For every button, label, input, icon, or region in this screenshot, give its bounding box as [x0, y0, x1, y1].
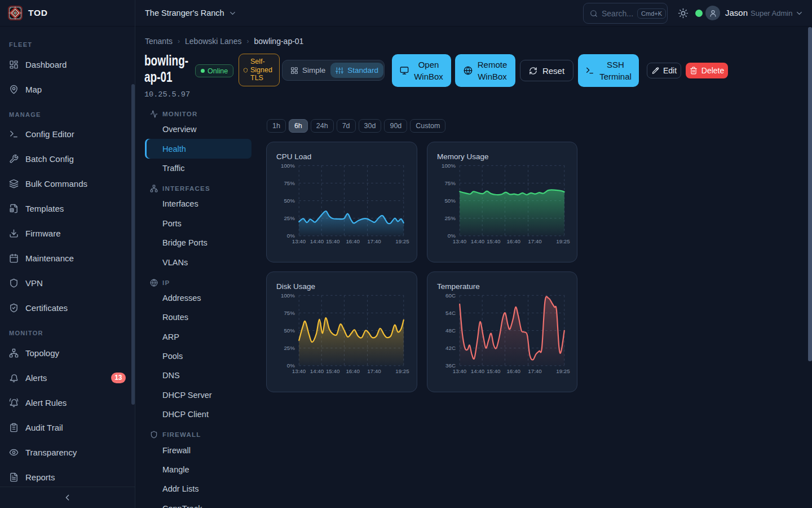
svg-text:16:40: 16:40 — [506, 238, 520, 244]
svg-text:16:40: 16:40 — [346, 238, 360, 244]
svg-text:19:25: 19:25 — [395, 238, 409, 244]
svg-text:17:40: 17:40 — [367, 368, 381, 374]
svg-text:15:40: 15:40 — [326, 238, 340, 244]
svg-text:25%: 25% — [284, 215, 295, 221]
svg-text:17:40: 17:40 — [528, 368, 542, 374]
svg-text:25%: 25% — [284, 345, 295, 351]
svg-text:60C: 60C — [445, 292, 456, 299]
svg-text:75%: 75% — [284, 180, 295, 186]
svg-text:25%: 25% — [444, 215, 456, 221]
svg-text:13:40: 13:40 — [453, 368, 467, 374]
svg-text:75%: 75% — [444, 180, 456, 186]
svg-text:14:40: 14:40 — [471, 368, 485, 374]
svg-text:15:40: 15:40 — [326, 368, 340, 374]
svg-text:54C: 54C — [445, 310, 456, 316]
svg-text:100%: 100% — [281, 292, 295, 299]
svg-text:16:40: 16:40 — [506, 368, 520, 374]
svg-text:50%: 50% — [284, 198, 295, 204]
svg-text:19:25: 19:25 — [395, 368, 409, 374]
svg-text:100%: 100% — [281, 163, 295, 169]
svg-text:16:40: 16:40 — [346, 368, 360, 374]
svg-text:50%: 50% — [284, 327, 295, 334]
svg-text:19:25: 19:25 — [556, 368, 570, 374]
svg-text:75%: 75% — [284, 310, 295, 316]
svg-text:13:40: 13:40 — [453, 238, 467, 244]
svg-text:17:40: 17:40 — [528, 238, 542, 244]
svg-text:50%: 50% — [444, 198, 456, 204]
svg-text:42C: 42C — [445, 345, 456, 351]
svg-text:14:40: 14:40 — [471, 238, 485, 244]
svg-text:17:40: 17:40 — [367, 238, 381, 244]
svg-text:14:40: 14:40 — [310, 368, 324, 374]
svg-text:100%: 100% — [442, 163, 456, 169]
svg-text:15:40: 15:40 — [487, 238, 501, 244]
svg-text:13:40: 13:40 — [292, 238, 306, 244]
svg-text:19:25: 19:25 — [556, 238, 570, 244]
svg-text:15:40: 15:40 — [487, 368, 501, 374]
svg-text:48C: 48C — [445, 327, 456, 334]
svg-text:13:40: 13:40 — [292, 368, 306, 374]
svg-text:14:40: 14:40 — [310, 238, 324, 244]
